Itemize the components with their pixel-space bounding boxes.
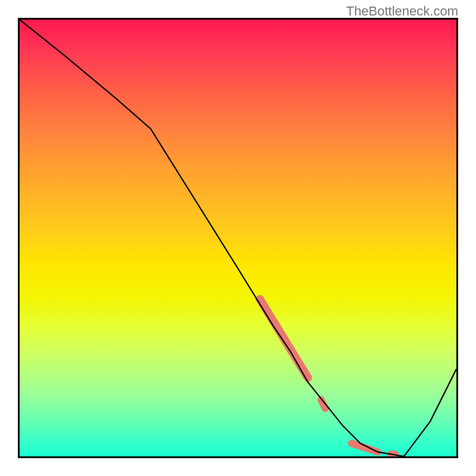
curve-svg [20,20,456,456]
watermark-text: TheBottleneck.com [346,4,458,19]
chart-container: TheBottleneck.com [0,0,476,476]
bottleneck-curve [20,20,456,456]
highlight-group [260,299,396,455]
plot-area [18,18,458,458]
highlight-segment [260,299,308,378]
